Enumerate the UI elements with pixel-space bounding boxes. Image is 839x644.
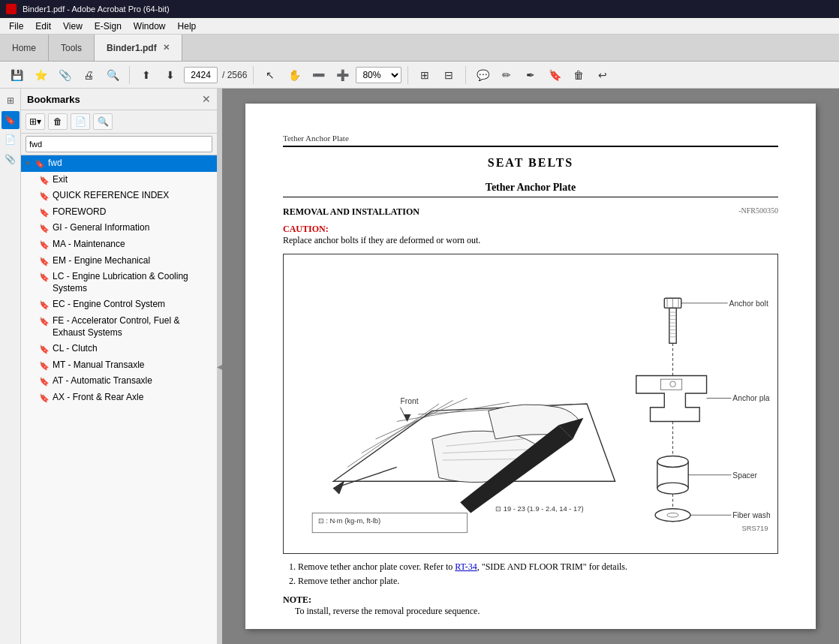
tab-pdf[interactable]: Binder1.pdf ✕ (95, 35, 182, 61)
bookmark-label-fwd: fwd (48, 158, 212, 170)
bookmark-label-lc: LC - Engine Lubrication & Cooling System… (53, 271, 212, 294)
tab-tools[interactable]: Tools (49, 35, 95, 61)
bookmark-icon-mt: 🔖 (39, 360, 50, 371)
bookmark-icon-ax: 🔖 (39, 393, 50, 403)
bookmark-grid-view-button[interactable]: ⊞▾ (26, 113, 45, 130)
svg-line-1 (347, 404, 439, 467)
bookmark-label-gi: GI - General Information (53, 222, 212, 234)
bookmark-label-fe: FE - Accelerator Control, Fuel & Exhaust… (53, 315, 212, 339)
zoom-out-small-button[interactable]: 🔍 (102, 65, 123, 86)
tab-tools-label: Tools (61, 43, 82, 53)
bookmark-toggle-fwd[interactable]: ▼ (24, 158, 35, 168)
sign-button[interactable]: ✒ (520, 65, 541, 86)
tab-pdf-label: Binder1.pdf (107, 43, 157, 53)
svg-text:Fiber washer: Fiber washer (732, 511, 770, 519)
menu-item-e-sign[interactable]: E-Sign (89, 20, 128, 33)
bookmark-delete-button[interactable]: 🗑 (48, 113, 68, 130)
bookmark-icon-fe: 🔖 (39, 316, 50, 327)
bookmark-label-mt: MT - Manual Transaxle (53, 360, 212, 372)
prev-page-button[interactable]: ⬆ (136, 65, 157, 86)
title-bar: Binder1.pdf - Adobe Acrobat Pro (64-bit) (0, 0, 839, 18)
save-button[interactable]: 💾 (6, 65, 27, 86)
menu-item-window[interactable]: Window (128, 20, 172, 33)
print-button[interactable]: 🖨 (78, 65, 99, 86)
tab-home-label: Home (12, 43, 36, 53)
sidebar-header: Bookmarks ✕ (21, 89, 217, 110)
fit-page-button[interactable]: ⊞ (414, 65, 435, 86)
rt34-link[interactable]: RT-34 (455, 561, 477, 572)
bookmark-item-fwd[interactable]: ▼ 🔖 fwd (21, 155, 217, 172)
bookmark-item-gi[interactable]: 🔖 GI - General Information (21, 220, 217, 236)
note-text: To install, reverse the removal procedur… (295, 606, 778, 617)
delete-button[interactable]: 🗑 (568, 65, 589, 86)
tab-close-button[interactable]: ✕ (163, 43, 170, 53)
bookmark-item-cl[interactable]: 🔖 CL - Clutch (21, 341, 217, 357)
bookmark-item-quick-ref[interactable]: 🔖 QUICK REFERENCE INDEX (21, 188, 217, 204)
hand-tool-button[interactable]: ✋ (284, 65, 305, 86)
zoom-out-button[interactable]: ➖ (308, 65, 329, 86)
page-header-left: Tether Anchor Plate (283, 134, 349, 143)
instructions-list: Remove tether anchor plate cover. Refer … (283, 561, 778, 587)
separator-1 (129, 66, 130, 84)
bookmark-item-foreword[interactable]: 🔖 FOREWORD (21, 204, 217, 221)
bookmark-search-button[interactable]: 🔍 (93, 113, 113, 130)
page-thumbnails-button[interactable]: ⊞ (2, 92, 20, 110)
svg-text:Spacer: Spacer (732, 471, 757, 480)
bookmark-item-at[interactable]: 🔖 AT - Automatic Transaxle (21, 373, 217, 390)
menu-item-help[interactable]: Help (172, 20, 203, 33)
undo-button[interactable]: ↩ (592, 65, 613, 86)
zoom-select[interactable]: 80% 100% 125% 150% (356, 67, 401, 83)
menu-item-edit[interactable]: Edit (29, 20, 57, 33)
bookmark-item-lc[interactable]: 🔖 LC - Engine Lubrication & Cooling Syst… (21, 269, 217, 296)
bookmark-search-input[interactable] (26, 136, 212, 152)
attach-button[interactable]: 📎 (54, 65, 75, 86)
zoom-in-button[interactable]: ➕ (332, 65, 353, 86)
sidebar-search-bar (21, 134, 217, 155)
pdf-page: Tether Anchor Plate SEAT BELTS Tether An… (245, 104, 816, 629)
fit-width-button[interactable]: ⊟ (438, 65, 459, 86)
bookmark-icon-fwd: 🔖 (35, 158, 45, 169)
svg-line-9 (333, 467, 396, 488)
nfr-code: -NFR500350 (738, 206, 778, 215)
sidebar-title: Bookmarks (27, 94, 80, 105)
next-page-button[interactable]: ⬇ (160, 65, 181, 86)
highlight-button[interactable]: ✏ (496, 65, 517, 86)
bookmark-item-em[interactable]: 🔖 EM - Engine Mechanical (21, 253, 217, 269)
sidebar: Bookmarks ✕ ⊞▾ 🗑 📄 🔍 ▼ 🔖 fwd 🔖 Exit (21, 89, 218, 644)
pdf-area[interactable]: Tether Anchor Plate SEAT BELTS Tether An… (222, 89, 839, 644)
main-title: SEAT BELTS (283, 156, 778, 170)
bookmark-list: ▼ 🔖 fwd 🔖 Exit 🔖 QUICK REFERENCE INDEX 🔖… (21, 155, 217, 644)
bookmark-button[interactable]: ⭐ (30, 65, 51, 86)
bookmark-item-exit[interactable]: 🔖 Exit (21, 172, 217, 188)
toolbar: 💾 ⭐ 📎 🖨 🔍 ⬆ ⬇ / 2566 ↖ ✋ ➖ ➕ 80% 100% 12… (0, 62, 839, 89)
bookmark-item-ax[interactable]: 🔖 AX - Front & Rear Axle (21, 390, 217, 406)
bookmark-item-ec[interactable]: 🔖 EC - Engine Control System (21, 296, 217, 313)
bookmark-item-ma[interactable]: 🔖 MA - Maintenance (21, 236, 217, 253)
menu-item-file[interactable]: File (3, 20, 29, 33)
menu-bar: const menuData = JSON.parse(document.get… (0, 18, 839, 35)
bookmarks-panel-button[interactable]: 🔖 (2, 111, 20, 129)
left-panel: ⊞ 🔖 📄 📎 (0, 89, 21, 644)
sidebar-close-button[interactable]: ✕ (202, 93, 211, 105)
title-text: Binder1.pdf - Adobe Acrobat Pro (64-bit) (23, 5, 170, 14)
stamp-button[interactable]: 🔖 (544, 65, 565, 86)
bookmark-new-button[interactable]: 📄 (71, 113, 90, 130)
bookmark-label-at: AT - Automatic Transaxle (53, 375, 212, 387)
bookmark-item-fe[interactable]: 🔖 FE - Accelerator Control, Fuel & Exhau… (21, 313, 217, 341)
bookmark-label-quick-ref: QUICK REFERENCE INDEX (53, 190, 212, 202)
layers-button[interactable]: 📄 (2, 131, 20, 149)
svg-point-39 (655, 509, 690, 522)
sidebar-toolbar: ⊞▾ 🗑 📄 🔍 (21, 110, 217, 134)
diagram-box: Front ⊡ 19 - 23 (1.9 - 2.4, 14 - 17) (283, 254, 778, 554)
bookmark-item-mt[interactable]: 🔖 MT - Manual Transaxle (21, 357, 217, 374)
bookmark-icon-ma: 🔖 (39, 239, 50, 250)
page-header: Tether Anchor Plate (283, 134, 778, 147)
page-number-input[interactable] (184, 67, 218, 83)
comment-button[interactable]: 💬 (472, 65, 493, 86)
tab-home[interactable]: Home (0, 35, 49, 61)
attachments-button[interactable]: 📎 (2, 150, 20, 168)
app-icon (6, 4, 17, 14)
cursor-tool-button[interactable]: ↖ (260, 65, 281, 86)
svg-marker-15 (404, 414, 410, 421)
menu-item-view[interactable]: View (57, 20, 89, 33)
